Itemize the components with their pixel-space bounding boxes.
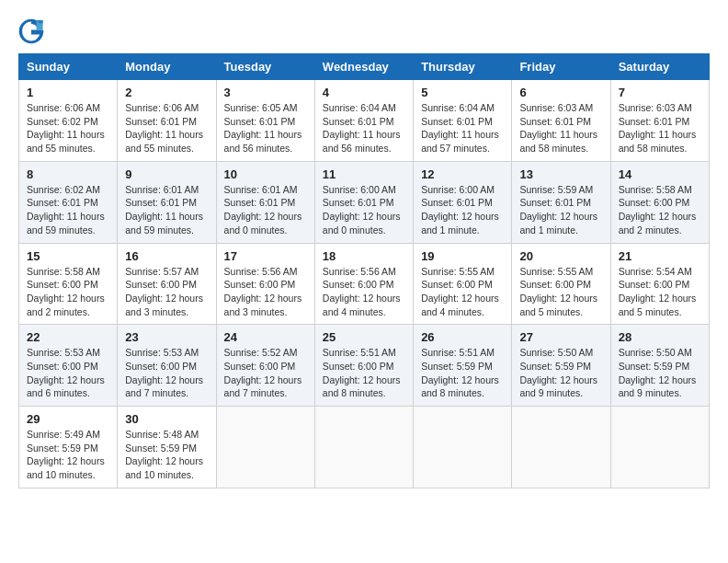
day-number: 30 bbox=[125, 412, 208, 426]
calendar-day-cell: 14 Sunrise: 5:58 AM Sunset: 6:00 PM Dayl… bbox=[610, 161, 709, 243]
calendar-day-cell bbox=[314, 407, 413, 488]
calendar-day-cell: 3 Sunrise: 6:05 AM Sunset: 6:01 PM Dayli… bbox=[216, 80, 314, 162]
day-number: 7 bbox=[619, 86, 701, 99]
calendar-day-cell bbox=[610, 407, 709, 488]
calendar-day-cell: 28 Sunrise: 5:50 AM Sunset: 5:59 PM Dayl… bbox=[610, 325, 709, 407]
calendar-day-cell: 11 Sunrise: 6:00 AM Sunset: 6:01 PM Dayl… bbox=[314, 161, 413, 243]
calendar-day-cell: 17 Sunrise: 5:56 AM Sunset: 6:00 PM Dayl… bbox=[216, 243, 314, 325]
calendar-week-row: 22 Sunrise: 5:53 AM Sunset: 6:00 PM Dayl… bbox=[19, 325, 710, 407]
logo-icon bbox=[18, 18, 44, 44]
day-number: 19 bbox=[421, 249, 504, 263]
calendar-day-cell: 4 Sunrise: 6:04 AM Sunset: 6:01 PM Dayli… bbox=[314, 80, 413, 162]
day-info: Sunrise: 5:59 AM Sunset: 6:01 PM Dayligh… bbox=[519, 183, 602, 237]
day-info: Sunrise: 5:58 AM Sunset: 6:00 PM Dayligh… bbox=[619, 183, 701, 237]
weekday-header-wednesday: Wednesday bbox=[314, 54, 413, 80]
day-info: Sunrise: 6:01 AM Sunset: 6:01 PM Dayligh… bbox=[224, 183, 307, 237]
day-info: Sunrise: 5:56 AM Sunset: 6:00 PM Dayligh… bbox=[323, 265, 405, 319]
day-info: Sunrise: 6:06 AM Sunset: 6:01 PM Dayligh… bbox=[125, 101, 208, 155]
calendar-table: SundayMondayTuesdayWednesdayThursdayFrid… bbox=[18, 53, 710, 488]
calendar-day-cell: 20 Sunrise: 5:55 AM Sunset: 6:00 PM Dayl… bbox=[512, 243, 610, 325]
day-info: Sunrise: 5:53 AM Sunset: 6:00 PM Dayligh… bbox=[125, 346, 208, 400]
day-number: 15 bbox=[27, 249, 109, 263]
day-info: Sunrise: 6:00 AM Sunset: 6:01 PM Dayligh… bbox=[421, 183, 504, 237]
day-info: Sunrise: 5:50 AM Sunset: 5:59 PM Dayligh… bbox=[619, 346, 701, 400]
calendar-day-cell: 18 Sunrise: 5:56 AM Sunset: 6:00 PM Dayl… bbox=[314, 243, 413, 325]
calendar-day-cell: 30 Sunrise: 5:48 AM Sunset: 5:59 PM Dayl… bbox=[118, 407, 216, 488]
calendar-day-cell: 1 Sunrise: 6:06 AM Sunset: 6:02 PM Dayli… bbox=[19, 80, 118, 162]
day-info: Sunrise: 6:04 AM Sunset: 6:01 PM Dayligh… bbox=[421, 101, 504, 155]
day-info: Sunrise: 5:55 AM Sunset: 6:00 PM Dayligh… bbox=[519, 265, 602, 319]
day-number: 23 bbox=[125, 330, 208, 344]
day-info: Sunrise: 6:06 AM Sunset: 6:02 PM Dayligh… bbox=[27, 101, 109, 155]
weekday-header-tuesday: Tuesday bbox=[216, 54, 314, 80]
logo bbox=[18, 18, 48, 44]
calendar-day-cell: 29 Sunrise: 5:49 AM Sunset: 5:59 PM Dayl… bbox=[19, 407, 118, 488]
day-number: 9 bbox=[125, 167, 208, 181]
day-number: 2 bbox=[125, 86, 208, 99]
day-number: 11 bbox=[323, 167, 405, 181]
calendar-week-row: 15 Sunrise: 5:58 AM Sunset: 6:00 PM Dayl… bbox=[19, 243, 710, 325]
day-number: 25 bbox=[323, 330, 405, 344]
day-number: 16 bbox=[125, 249, 208, 263]
day-info: Sunrise: 6:00 AM Sunset: 6:01 PM Dayligh… bbox=[323, 183, 405, 237]
weekday-header-thursday: Thursday bbox=[414, 54, 512, 80]
calendar-day-cell bbox=[414, 407, 512, 488]
day-info: Sunrise: 5:56 AM Sunset: 6:00 PM Dayligh… bbox=[224, 265, 307, 319]
calendar-day-cell: 9 Sunrise: 6:01 AM Sunset: 6:01 PM Dayli… bbox=[118, 161, 216, 243]
calendar-day-cell: 5 Sunrise: 6:04 AM Sunset: 6:01 PM Dayli… bbox=[414, 80, 512, 162]
day-number: 4 bbox=[323, 86, 405, 99]
calendar-day-cell: 19 Sunrise: 5:55 AM Sunset: 6:00 PM Dayl… bbox=[414, 243, 512, 325]
calendar-day-cell: 2 Sunrise: 6:06 AM Sunset: 6:01 PM Dayli… bbox=[118, 80, 216, 162]
calendar-day-cell: 10 Sunrise: 6:01 AM Sunset: 6:01 PM Dayl… bbox=[216, 161, 314, 243]
day-number: 10 bbox=[224, 167, 307, 181]
day-info: Sunrise: 5:51 AM Sunset: 6:00 PM Dayligh… bbox=[323, 346, 405, 400]
calendar-day-cell: 22 Sunrise: 5:53 AM Sunset: 6:00 PM Dayl… bbox=[19, 325, 118, 407]
calendar-day-cell: 27 Sunrise: 5:50 AM Sunset: 5:59 PM Dayl… bbox=[512, 325, 610, 407]
calendar-day-cell: 21 Sunrise: 5:54 AM Sunset: 6:00 PM Dayl… bbox=[610, 243, 709, 325]
day-number: 22 bbox=[27, 330, 109, 344]
calendar-day-cell: 26 Sunrise: 5:51 AM Sunset: 5:59 PM Dayl… bbox=[414, 325, 512, 407]
calendar-day-cell: 15 Sunrise: 5:58 AM Sunset: 6:00 PM Dayl… bbox=[19, 243, 118, 325]
day-number: 5 bbox=[421, 86, 504, 99]
day-info: Sunrise: 5:52 AM Sunset: 6:00 PM Dayligh… bbox=[224, 346, 307, 400]
day-info: Sunrise: 5:53 AM Sunset: 6:00 PM Dayligh… bbox=[27, 346, 109, 400]
day-info: Sunrise: 5:55 AM Sunset: 6:00 PM Dayligh… bbox=[421, 265, 504, 319]
day-info: Sunrise: 5:54 AM Sunset: 6:00 PM Dayligh… bbox=[619, 265, 701, 319]
calendar-day-cell: 16 Sunrise: 5:57 AM Sunset: 6:00 PM Dayl… bbox=[118, 243, 216, 325]
calendar-day-cell: 24 Sunrise: 5:52 AM Sunset: 6:00 PM Dayl… bbox=[216, 325, 314, 407]
day-info: Sunrise: 6:05 AM Sunset: 6:01 PM Dayligh… bbox=[224, 101, 307, 155]
weekday-header-sunday: Sunday bbox=[19, 54, 118, 80]
calendar-week-row: 29 Sunrise: 5:49 AM Sunset: 5:59 PM Dayl… bbox=[19, 407, 710, 488]
weekday-header-monday: Monday bbox=[118, 54, 216, 80]
calendar-day-cell: 23 Sunrise: 5:53 AM Sunset: 6:00 PM Dayl… bbox=[118, 325, 216, 407]
day-number: 26 bbox=[421, 330, 504, 344]
calendar-week-row: 1 Sunrise: 6:06 AM Sunset: 6:02 PM Dayli… bbox=[19, 80, 710, 162]
calendar-day-cell: 8 Sunrise: 6:02 AM Sunset: 6:01 PM Dayli… bbox=[19, 161, 118, 243]
day-info: Sunrise: 5:48 AM Sunset: 5:59 PM Dayligh… bbox=[125, 428, 208, 482]
day-number: 13 bbox=[519, 167, 602, 181]
day-number: 14 bbox=[619, 167, 701, 181]
calendar-day-cell: 12 Sunrise: 6:00 AM Sunset: 6:01 PM Dayl… bbox=[414, 161, 512, 243]
day-number: 6 bbox=[519, 86, 602, 99]
page-header bbox=[18, 18, 710, 44]
day-number: 29 bbox=[27, 412, 109, 426]
calendar-day-cell: 7 Sunrise: 6:03 AM Sunset: 6:01 PM Dayli… bbox=[610, 80, 709, 162]
weekday-header-saturday: Saturday bbox=[610, 54, 709, 80]
day-number: 3 bbox=[224, 86, 307, 99]
day-info: Sunrise: 6:03 AM Sunset: 6:01 PM Dayligh… bbox=[619, 101, 701, 155]
calendar-day-cell bbox=[216, 407, 314, 488]
day-info: Sunrise: 6:03 AM Sunset: 6:01 PM Dayligh… bbox=[519, 101, 602, 155]
calendar-day-cell: 13 Sunrise: 5:59 AM Sunset: 6:01 PM Dayl… bbox=[512, 161, 610, 243]
day-info: Sunrise: 5:50 AM Sunset: 5:59 PM Dayligh… bbox=[519, 346, 602, 400]
day-info: Sunrise: 6:02 AM Sunset: 6:01 PM Dayligh… bbox=[27, 183, 109, 237]
day-number: 12 bbox=[421, 167, 504, 181]
calendar-day-cell: 6 Sunrise: 6:03 AM Sunset: 6:01 PM Dayli… bbox=[512, 80, 610, 162]
day-info: Sunrise: 5:57 AM Sunset: 6:00 PM Dayligh… bbox=[125, 265, 208, 319]
day-info: Sunrise: 5:58 AM Sunset: 6:00 PM Dayligh… bbox=[27, 265, 109, 319]
weekday-header-friday: Friday bbox=[512, 54, 610, 80]
calendar-week-row: 8 Sunrise: 6:02 AM Sunset: 6:01 PM Dayli… bbox=[19, 161, 710, 243]
day-info: Sunrise: 6:04 AM Sunset: 6:01 PM Dayligh… bbox=[323, 101, 405, 155]
day-number: 17 bbox=[224, 249, 307, 263]
day-info: Sunrise: 6:01 AM Sunset: 6:01 PM Dayligh… bbox=[125, 183, 208, 237]
day-number: 24 bbox=[224, 330, 307, 344]
